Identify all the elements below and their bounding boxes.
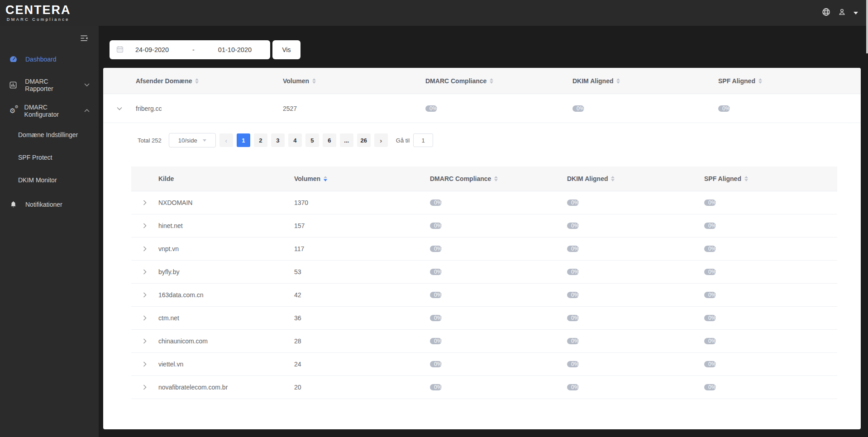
expand-row-chevron-icon[interactable] — [131, 361, 158, 367]
pagination-page-26[interactable]: 26 — [357, 133, 371, 147]
user-icon[interactable] — [838, 8, 846, 18]
spf-progress-bar: 0% — [704, 384, 716, 390]
dkim-progress-bar: 0% — [567, 269, 579, 275]
source-table-header: Kilde Volumen DMARC Compliance DKIM Alig… — [131, 166, 837, 191]
dmarc-progress-bar: 0% — [430, 292, 442, 298]
dmarc-progress-bar: 0% — [430, 384, 442, 390]
spf-progress-bar: 0% — [704, 246, 716, 252]
sort-icon — [494, 176, 498, 181]
sidebar-item-notifikationer[interactable]: Notifikationer — [0, 191, 99, 217]
source-table-row: vnpt.vn 117 0% 0% 0% — [131, 238, 837, 261]
column-header-spf-aligned[interactable]: SPF Aligned — [718, 77, 861, 85]
chevron-down-icon — [84, 83, 90, 86]
volume-cell: 24 — [294, 361, 430, 368]
globe-icon[interactable] — [822, 8, 830, 18]
column-header-volumen[interactable]: Volumen — [283, 77, 425, 85]
volume-cell: 117 — [294, 245, 430, 252]
sidebar-item-dkim-monitor[interactable]: DKIM Monitor — [0, 169, 99, 191]
content-card: Afsender Domæne Volumen DMARC Compliance… — [103, 68, 861, 429]
pagination-page-3[interactable]: 3 — [271, 133, 285, 147]
spf-progress-bar: 0% — [704, 292, 716, 298]
pagination-next-button[interactable]: › — [374, 133, 388, 147]
source-cell: hinet.net — [158, 222, 294, 229]
column-header-label: SPF Aligned — [704, 175, 741, 182]
column-header-label: Kilde — [158, 175, 174, 182]
pagination-ellipsis[interactable]: ... — [340, 133, 353, 147]
sidebar: Dashboard DMARC Rapporter ⚙⚙ DMARC Konfi… — [0, 26, 99, 437]
column-header-volumen[interactable]: Volumen — [294, 175, 430, 182]
expand-row-chevron-icon[interactable] — [131, 385, 158, 390]
volume-cell: 53 — [294, 268, 430, 276]
dmarc-progress-bar: 0% — [430, 223, 442, 229]
sidebar-item-dashboard[interactable]: Dashboard — [0, 46, 99, 72]
column-header-dmarc-compliance[interactable]: DMARC Compliance — [425, 77, 572, 85]
sidebar-item-dmarc-konfigurator[interactable]: ⚙⚙ DMARC Konfigurator — [0, 98, 99, 124]
sort-icon — [490, 78, 493, 84]
sidebar-subitem-label: Domæne Indstillinger — [18, 131, 78, 138]
expand-row-chevron-icon[interactable] — [131, 315, 158, 321]
pagination: Total 252 10/side ‹ 1 2 3 4 5 6 ... 26 ›… — [138, 133, 837, 147]
column-header-label: DKIM Aligned — [567, 175, 608, 182]
source-table-row: chinaunicom.com 28 0% 0% 0% — [131, 330, 837, 353]
expanded-row-panel: Total 252 10/side ‹ 1 2 3 4 5 6 ... 26 ›… — [103, 133, 861, 427]
page-size-select[interactable]: 10/side — [169, 133, 216, 147]
date-end-value[interactable]: 01-10-2020 — [218, 46, 252, 53]
pagination-page-1[interactable]: 1 — [237, 133, 250, 147]
pagination-page-6[interactable]: 6 — [323, 133, 336, 147]
expand-row-chevron-icon[interactable] — [131, 246, 158, 252]
column-header-dkim-aligned[interactable]: DKIM Aligned — [567, 175, 704, 182]
date-range-picker[interactable]: 24-09-2020 - 01-10-2020 — [110, 40, 270, 59]
column-header-label: Volumen — [283, 77, 309, 85]
pagination-page-4[interactable]: 4 — [288, 133, 302, 147]
date-separator: - — [192, 46, 195, 53]
caret-down-icon[interactable] — [854, 12, 858, 14]
domain-cell: friberg.cc — [136, 105, 283, 112]
pagination-page-2[interactable]: 2 — [254, 133, 267, 147]
column-header-label: Afsender Domæne — [136, 77, 192, 85]
column-header-label: DMARC Compliance — [425, 77, 486, 85]
column-header-spf-aligned[interactable]: SPF Aligned — [704, 175, 837, 182]
volume-cell: 42 — [294, 291, 430, 299]
collapse-row-chevron-icon[interactable] — [103, 107, 136, 110]
sort-icon — [744, 176, 748, 181]
volume-cell: 36 — [294, 314, 430, 322]
expand-row-chevron-icon[interactable] — [131, 269, 158, 275]
bar-chart-icon — [9, 81, 17, 89]
expand-row-chevron-icon[interactable] — [131, 223, 158, 228]
sidebar-subitem-label: SPF Protect — [18, 154, 52, 161]
sidebar-subitem-label: DKIM Monitor — [18, 176, 57, 184]
expand-row-chevron-icon[interactable] — [131, 292, 158, 298]
spf-progress-bar: 0% — [704, 223, 716, 229]
sidebar-item-spf-protect[interactable]: SPF Protect — [0, 146, 99, 169]
pagination-prev-button[interactable]: ‹ — [219, 133, 233, 147]
sidebar-item-dmarc-rapporter[interactable]: DMARC Rapporter — [0, 72, 99, 98]
brand-tagline: DMARC Compliance — [7, 18, 70, 22]
vertical-scrollbar[interactable] — [866, 0, 868, 53]
column-header-dmarc-compliance[interactable]: DMARC Compliance — [430, 175, 567, 182]
dkim-progress-bar: 0% — [567, 338, 579, 344]
menu-fold-icon[interactable] — [80, 35, 88, 43]
pagination-goto-input[interactable] — [413, 133, 433, 147]
volume-cell: 20 — [294, 384, 430, 391]
gears-icon: ⚙⚙ — [9, 107, 17, 114]
volume-cell: 1370 — [294, 199, 430, 206]
sort-icon — [616, 78, 620, 84]
sidebar-item-label: DMARC Rapporter — [25, 78, 76, 92]
column-header-dkim-aligned[interactable]: DKIM Aligned — [572, 77, 718, 85]
pagination-page-5[interactable]: 5 — [305, 133, 319, 147]
column-header-afsender-domaene[interactable]: Afsender Domæne — [136, 77, 283, 85]
volume-cell: 157 — [294, 222, 430, 229]
expand-row-chevron-icon[interactable] — [131, 200, 158, 205]
source-table-row: 163data.com.cn 42 0% 0% 0% — [131, 284, 837, 307]
chevron-down-icon — [203, 139, 206, 142]
pagination-total: Total 252 — [138, 137, 162, 144]
spf-progress-bar: 0% — [704, 361, 716, 367]
source-table-row: ctm.net 36 0% 0% 0% — [131, 307, 837, 330]
sidebar-item-domaene-indstillinger[interactable]: Domæne Indstillinger — [0, 124, 99, 146]
vis-button[interactable]: Vis — [272, 40, 300, 59]
expand-row-chevron-icon[interactable] — [131, 338, 158, 344]
date-start-value[interactable]: 24-09-2020 — [135, 46, 169, 53]
sidebar-item-label: DMARC Konfigurator — [24, 104, 76, 118]
main-content: 24-09-2020 - 01-10-2020 Vis Afsender Dom… — [99, 26, 868, 437]
dkim-progress-bar: 0% — [567, 315, 579, 321]
